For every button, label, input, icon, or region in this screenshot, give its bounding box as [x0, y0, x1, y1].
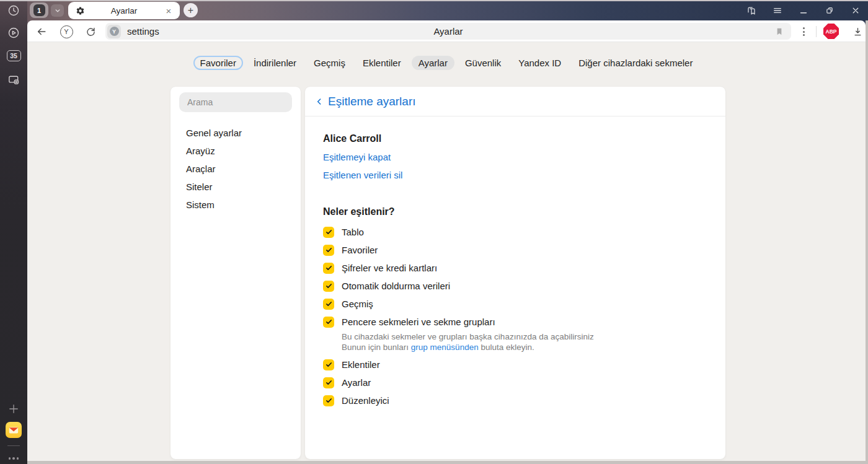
refresh-button[interactable] — [82, 24, 99, 40]
checkbox-row[interactable]: Ayarlar — [323, 374, 707, 392]
settings-nav-arayuz[interactable]: Arayüz — [186, 142, 242, 160]
checkbox-row[interactable]: Eklentiler — [323, 356, 707, 374]
sync-item-gecmis: Geçmiş — [323, 295, 707, 313]
menu-button[interactable] — [770, 3, 785, 18]
screen-capture-button[interactable] — [5, 71, 22, 88]
checkbox-checked[interactable] — [323, 245, 334, 256]
plus-icon — [7, 403, 20, 415]
checkbox-checked[interactable] — [323, 359, 334, 370]
settings-nav-araclar[interactable]: Araçlar — [186, 160, 242, 178]
side-panel-divider — [7, 445, 20, 446]
checkbox-checked[interactable] — [323, 395, 334, 406]
nav-tab-yandex-id[interactable]: Yandex ID — [512, 56, 568, 70]
more-panels-button[interactable] — [5, 450, 22, 464]
yandex-button[interactable]: Y — [58, 24, 74, 40]
checkbox-row[interactable]: Pencere sekmeleri ve sekme grupları — [323, 313, 707, 331]
group-menu-link[interactable]: grup menüsünden — [411, 343, 479, 352]
checkmark-icon — [325, 264, 333, 272]
bookmark-toggle-button[interactable] — [773, 25, 786, 38]
checkbox-checked[interactable] — [323, 317, 334, 328]
plus-icon: + — [188, 5, 193, 16]
nav-tab-guvenlik[interactable]: Güvenlik — [458, 56, 508, 70]
player-button[interactable] — [5, 24, 22, 42]
checkbox-checked[interactable] — [323, 263, 334, 274]
mail-button[interactable] — [6, 422, 22, 438]
download-icon — [852, 26, 864, 38]
toolbar-menu-button[interactable] — [796, 24, 811, 40]
side-panel: 35 — [0, 0, 27, 464]
minimize-button[interactable] — [796, 3, 811, 18]
panels-icon — [745, 4, 758, 17]
page-title: Eşitleme ayarları — [328, 95, 416, 108]
tab-group-button[interactable]: 1 — [30, 2, 48, 18]
window-top-edge — [0, 0, 868, 1]
new-tab-button[interactable]: + — [184, 3, 198, 17]
nav-tab-eklentiler[interactable]: Eklentiler — [356, 56, 408, 70]
hamburger-icon — [772, 5, 783, 16]
nav-tab-favoriler[interactable]: Favoriler — [193, 56, 243, 70]
checkbox-row[interactable]: Otomatik doldurma verileri — [323, 277, 707, 295]
history-button[interactable] — [5, 2, 22, 19]
toolbar: Y Y settings Ayarlar ABP — [27, 20, 866, 42]
checkmark-icon — [325, 300, 333, 308]
adblock-extension-button[interactable]: ABP — [823, 24, 839, 39]
sync-settings-back[interactable]: Eşitleme ayarları — [305, 87, 725, 116]
restore-button[interactable] — [822, 3, 837, 18]
window-controls — [744, 0, 863, 20]
checkbox-row[interactable]: Favoriler — [323, 241, 707, 259]
play-icon — [7, 26, 20, 40]
checkbox-checked[interactable] — [323, 281, 334, 292]
sync-body: Alice Carroll Eşitlemeyi kapat Eşitlenen… — [305, 116, 725, 409]
settings-nav-genel-ayarlar[interactable]: Genel ayarlar — [186, 124, 242, 142]
minimize-icon — [798, 5, 809, 16]
sync-section-title: Neler eşitlenir? — [323, 206, 707, 218]
checkbox-row[interactable]: Geçmiş — [323, 295, 707, 313]
checkmark-icon — [325, 246, 333, 254]
search-input[interactable] — [179, 92, 292, 112]
back-button[interactable] — [33, 24, 50, 40]
tab-ayarlar[interactable]: Ayarlar × — [68, 2, 180, 19]
sync-items-list: Tablo Favoriler Şifreler ve kredi kartla… — [323, 223, 707, 409]
disable-sync-link[interactable]: Eşitlemeyi kapat — [323, 152, 391, 163]
nav-tab-gecmis[interactable]: Geçmiş — [307, 56, 352, 70]
sync-item-favoriler: Favoriler — [323, 241, 707, 259]
clock-icon — [7, 4, 20, 17]
nav-tab-ayarlar[interactable]: Ayarlar — [412, 56, 454, 70]
address-bar[interactable]: Y settings Ayarlar — [105, 23, 791, 40]
sync-item-sifreler: Şifreler ve kredi kartları — [323, 259, 707, 277]
address-page-title: Ayarlar — [105, 26, 791, 37]
mail-icon — [7, 424, 20, 436]
nav-tab-indirilenler[interactable]: İndirilenler — [247, 56, 303, 70]
panels-button[interactable] — [744, 3, 759, 18]
sync-item-description: Bu cihazdaki sekmeler ve grupları başka … — [342, 331, 707, 352]
checkbox-checked[interactable] — [323, 227, 334, 238]
tab-counter-button[interactable]: 35 — [5, 47, 22, 64]
settings-nav-siteler[interactable]: Siteler — [186, 178, 242, 196]
tab-list-dropdown[interactable] — [51, 4, 64, 17]
close-window-button[interactable] — [848, 3, 863, 18]
sync-item-eklentiler: Eklentiler — [323, 356, 707, 374]
checkbox-checked[interactable] — [323, 377, 334, 388]
tab-strip: 1 Ayarlar × + — [27, 0, 868, 20]
settings-nav-sistem[interactable]: Sistem — [186, 196, 242, 214]
sync-item-otomatik-doldurma: Otomatik doldurma verileri — [323, 277, 707, 295]
sync-item-ayarlar: Ayarlar — [323, 374, 707, 392]
tab-counter-badge: 35 — [7, 50, 21, 61]
checkbox-checked[interactable] — [323, 299, 334, 310]
checkbox-row[interactable]: Şifreler ve kredi kartları — [323, 259, 707, 277]
nav-tab-diger-cihazlar[interactable]: Diğer cihazlardaki sekmeler — [572, 56, 699, 70]
delete-synced-data-link[interactable]: Eşitlenen verileri sil — [323, 170, 402, 181]
checkmark-icon — [325, 282, 333, 290]
screen-capture-icon — [7, 72, 21, 87]
settings-nav-list: Genel ayarlar Arayüz Araçlar Siteler Sis… — [186, 124, 242, 214]
close-icon — [850, 5, 861, 16]
bookmark-icon — [774, 27, 784, 37]
checkbox-row[interactable]: Tablo — [323, 223, 707, 241]
downloads-button[interactable] — [849, 24, 866, 40]
gear-icon — [76, 6, 85, 15]
checkbox-row[interactable]: Düzenleyici — [323, 392, 707, 409]
add-panel-button[interactable] — [5, 400, 22, 418]
tab-close-button[interactable]: × — [163, 5, 174, 16]
sync-settings-card: Eşitleme ayarları Alice Carroll Eşitleme… — [305, 87, 725, 459]
dots-icon — [9, 457, 11, 460]
